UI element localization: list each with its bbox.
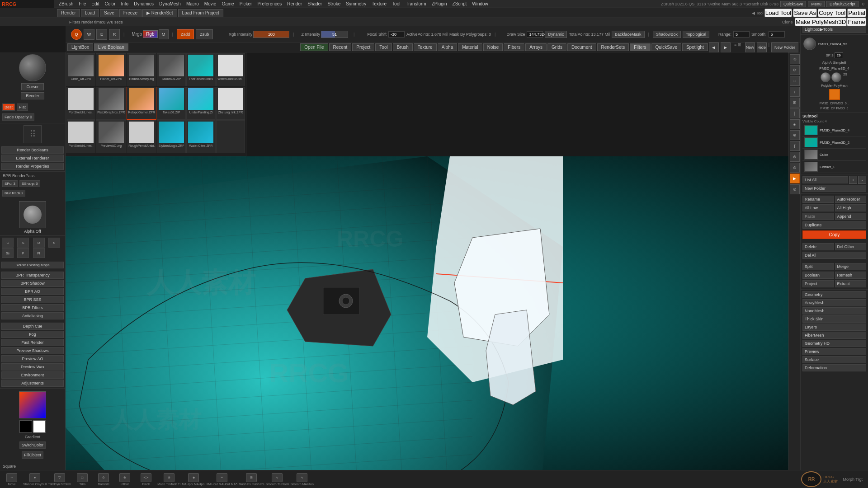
depth-cue-btn[interactable]: Depth Cue — [1, 323, 64, 330]
file-item-7[interactable]: PortSketchLines.. — [66, 87, 95, 120]
ri-btn-9[interactable]: ∫ — [790, 141, 800, 151]
subtool-pm3d4[interactable]: PM3D_Plane3D_4 — [802, 124, 866, 136]
list-all-btn[interactable]: List All — [802, 176, 848, 183]
lightbox-btn[interactable]: LightBox — [67, 43, 93, 51]
nav-right-btn[interactable]: ▶ — [721, 42, 731, 52]
del-all-btn[interactable]: Del All — [802, 252, 866, 259]
new-folder-file-btn[interactable]: New Folder — [771, 42, 798, 52]
all-high-btn[interactable]: All High — [835, 204, 867, 211]
dynamic-btn[interactable]: Dynamic — [545, 31, 567, 38]
menu-zscript[interactable]: ZScript — [450, 1, 470, 6]
layers-btn[interactable]: Layers — [802, 324, 866, 331]
subtool-extract[interactable]: Extract_1 — [802, 161, 866, 173]
rp-orange-sq[interactable] — [829, 89, 840, 100]
preview-ao-btn[interactable]: Preview AO — [1, 355, 64, 362]
fade-opacity-btn[interactable]: Fade Opacity 0 — [2, 113, 34, 121]
reuse-maps-btn[interactable]: Reuse Existing Maps — [1, 262, 64, 268]
ri-btn-7[interactable]: ◈ — [790, 119, 800, 129]
menu-file[interactable]: File — [76, 1, 89, 6]
tab-quicksave[interactable]: QuickSave — [651, 43, 681, 51]
move-mode-btn[interactable]: W — [84, 29, 94, 40]
extract-btn[interactable]: Extract — [835, 280, 867, 287]
bt-mahpol[interactable]: ◈ MAHpol MAHpol — [182, 473, 205, 486]
copy-tool-btn[interactable]: Copy Tool — [818, 9, 846, 17]
boolean-btn[interactable]: Boolean — [802, 272, 834, 279]
fiber-mesh-btn[interactable]: FiberMesh — [802, 332, 866, 339]
preview-rp-btn[interactable]: Preview — [802, 348, 866, 355]
file-item-17[interactable]: Water.Cites.ZPR — [186, 120, 215, 153]
menu-color[interactable]: Color — [102, 1, 118, 6]
render-properties-btn[interactable]: Render Properties — [1, 163, 64, 170]
bpr-sss-btn[interactable]: BPR SSS — [1, 296, 64, 303]
split-btn[interactable]: Split — [802, 263, 834, 270]
material-sphere[interactable] — [19, 54, 46, 81]
menu-symmetry[interactable]: Symmetry — [343, 1, 369, 6]
menu-picker[interactable]: Picker — [237, 1, 255, 6]
ri-btn-3[interactable]: ↔ — [790, 76, 800, 86]
flat-btn[interactable]: F — [17, 248, 29, 258]
color-swatch[interactable] — [19, 391, 46, 418]
ri-btn-4[interactable]: ↕ — [790, 87, 800, 97]
file-item-14[interactable]: PreviewAO.zrg — [96, 120, 126, 153]
thick-skin-btn[interactable]: Thick Skin — [802, 315, 866, 323]
file-item-13[interactable]: PortSketchLines.. — [66, 120, 95, 153]
environment-btn[interactable]: Environment — [1, 371, 64, 379]
tab-grids[interactable]: Grids — [547, 43, 566, 51]
bt-damiste[interactable]: ⊙ Damiste — [94, 473, 113, 486]
array-mesh-btn[interactable]: ArrayMesh — [802, 299, 866, 306]
menu-render[interactable]: Render — [284, 1, 305, 6]
bt-trim[interactable]: ◻ Trim — [72, 473, 92, 486]
switch-color-btn[interactable]: SwitchColor — [19, 441, 46, 449]
swatch-white[interactable] — [33, 420, 46, 433]
live-boolean-btn[interactable]: Live Boolean — [94, 43, 128, 51]
shadowbox-btn[interactable]: ShadowBox — [653, 31, 681, 38]
m-btn[interactable]: M — [159, 29, 169, 39]
render-set-btn[interactable]: ▶ RenderSet — [142, 9, 177, 17]
bt-mash-ti[interactable]: ⊗ Mash Ti Mash Ti — [157, 473, 180, 486]
bt-mash-fs[interactable]: ⊞ Mash Fs Flash Rs — [239, 473, 264, 486]
ri-btn-2[interactable]: ⟳ — [790, 65, 800, 75]
save-btn[interactable]: Save — [100, 9, 118, 17]
tab-arrays[interactable]: Arrays — [525, 43, 547, 51]
sss-btn[interactable]: Ss — [2, 248, 14, 258]
preview-wax-btn[interactable]: Preview Wax — [1, 363, 64, 371]
file-item-5[interactable]: ThePainterStrikis — [186, 53, 215, 86]
menu-game[interactable]: Game — [219, 1, 236, 6]
paste-rp-btn[interactable]: Paste — [802, 213, 834, 220]
copy-big-btn[interactable]: Copy — [802, 230, 866, 239]
rotate-mode-btn[interactable]: R — [109, 29, 120, 40]
bt-inflate[interactable]: ⊕ Inflate — [115, 473, 135, 486]
shadow-btn[interactable]: S — [48, 238, 60, 248]
menu-transform[interactable]: Transform — [403, 1, 429, 6]
tab-material[interactable]: Material — [458, 43, 482, 51]
fog-btn[interactable]: Fog — [1, 331, 64, 338]
tab-noise[interactable]: Noise — [483, 43, 503, 51]
file-item-8[interactable]: PistolGraphics.ZPR — [96, 87, 126, 120]
menu-stroke[interactable]: Stroke — [325, 1, 343, 6]
menu-zplugin[interactable]: ZPlugin — [429, 1, 450, 6]
rgb-intensity-bar[interactable]: 100 — [253, 31, 289, 38]
auto-reorder-btn[interactable]: AutoReorder — [835, 196, 867, 203]
all-low-btn[interactable]: All Low — [802, 204, 834, 211]
tab-open-file[interactable]: Open File — [300, 43, 328, 51]
move-btn[interactable]: Cursor — [21, 83, 43, 90]
composite-btn[interactable]: C — [2, 238, 14, 248]
bt-trimdyn[interactable]: ▽ TrimDyn hPolish — [48, 473, 71, 486]
file-item-18[interactable] — [216, 120, 245, 153]
bpr-shadow-btn[interactable]: BPR Shadow — [1, 280, 64, 287]
bt-standar[interactable]: ● Standar ClayBull — [23, 473, 47, 486]
render-booleans-btn[interactable]: Render Booleans — [1, 146, 64, 154]
tab-brush[interactable]: Brush — [393, 43, 413, 51]
bpr-ao-btn[interactable]: BPR AO — [1, 288, 64, 295]
rp-poly-sphere[interactable] — [803, 38, 816, 50]
menu-dynamesh[interactable]: DynaMesh — [156, 1, 184, 6]
menu-info[interactable]: Info — [118, 1, 132, 6]
draw-mode-btn[interactable]: Q — [71, 29, 82, 40]
tab-fibers[interactable]: Fibers — [504, 43, 524, 51]
fill-object-btn[interactable]: FillObject — [22, 451, 43, 459]
load-btn[interactable]: Load — [81, 9, 99, 17]
fast-render-btn[interactable]: Fast Render — [1, 339, 64, 346]
scale-mode-btn[interactable]: E — [96, 29, 107, 40]
quicksave-btn[interactable]: QuickSave — [780, 1, 807, 7]
ri-btn-12[interactable]: ▶ — [790, 174, 800, 183]
